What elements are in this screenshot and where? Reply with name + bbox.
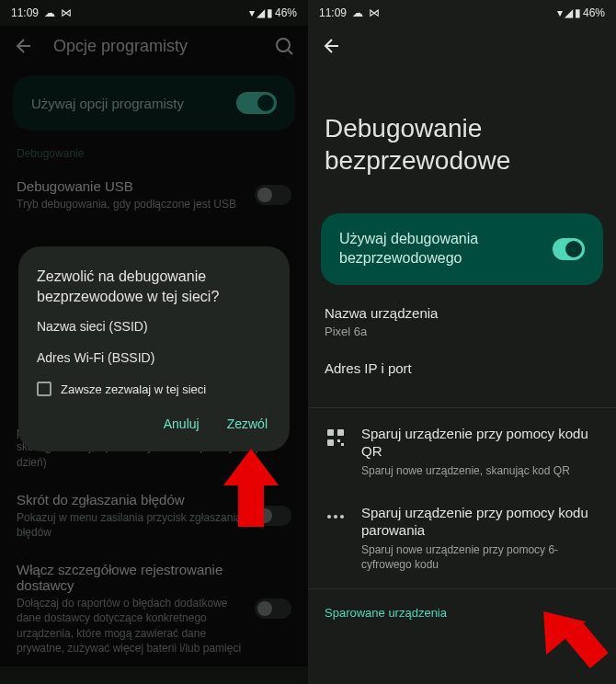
device-name-label: Nazwa urządzenia [325,305,599,321]
bssid-label: Adres Wi-Fi (BSSID) [37,350,271,365]
page-title: Debugowanie bezprzewodowe [308,66,616,204]
wireless-debug-toggle-label: Używaj debugowania bezprzewodowego [339,230,553,268]
cloud-icon: ☁ [352,6,363,19]
device-name-value: Pixel 6a [325,325,599,338]
cancel-button[interactable]: Anuluj [160,409,203,439]
pair-qr-row[interactable]: Sparuj urządzenie przy pomocy kodu QR Sp… [308,412,616,491]
battery-icon: ▮ [267,6,273,19]
svg-rect-1 [327,429,334,436]
svg-point-7 [334,515,337,519]
svg-rect-3 [327,439,334,446]
right-screenshot: 11:09 ☁ ⋈ ▾ ◢ ▮ 46% Debugowanie bezprzew… [308,0,616,684]
signal-icon: ◢ [257,6,265,19]
svg-point-8 [340,515,344,519]
back-icon[interactable] [321,35,343,57]
battery-pct: 46% [275,6,297,19]
status-time: 11:09 [319,6,347,19]
infinity-icon: ⋈ [61,6,72,19]
pair-qr-sub: Sparuj nowe urządzenie, skanując kod QR [361,463,599,478]
ssid-label: Nazwa sieci (SSID) [37,319,271,334]
wifi-icon: ▾ [249,6,255,19]
settings-header [308,26,616,66]
pair-code-title: Sparuj urządzenie przy pomocy kodu parow… [361,504,599,540]
always-allow-label: Zawsze zezwalaj w tej sieci [61,382,206,396]
wireless-debug-permission-dialog: Zezwolić na debugowanie bezprzewodowe w … [18,246,290,451]
divider [308,407,616,408]
battery-icon: ▮ [575,6,581,19]
status-time: 11:09 [11,6,39,19]
svg-rect-4 [337,439,340,442]
cloud-icon: ☁ [44,6,55,19]
always-allow-checkbox[interactable] [37,382,51,396]
pairing-code-icon [325,506,347,531]
battery-pct: 46% [583,6,605,19]
pair-code-sub: Sparuj nowe urządzenie przy pomocy 6-cyf… [361,542,599,572]
ip-port-value [325,380,599,393]
ip-port-block[interactable]: Adres IP i port [308,349,616,404]
infinity-icon: ⋈ [369,6,380,19]
wifi-icon: ▾ [557,6,563,19]
status-bar: 11:09 ☁ ⋈ ▾ ◢ ▮ 46% [308,0,616,26]
pair-code-row[interactable]: Sparuj urządzenie przy pomocy kodu parow… [308,491,616,585]
allow-button[interactable]: Zezwól [223,409,271,439]
device-name-block[interactable]: Nazwa urządzenia Pixel 6a [308,294,616,349]
pair-qr-title: Sparuj urządzenie przy pomocy kodu QR [361,425,599,461]
status-bar: 11:09 ☁ ⋈ ▾ ◢ ▮ 46% [0,0,308,26]
signal-icon: ◢ [565,6,573,19]
qr-code-icon [325,427,347,452]
svg-point-6 [327,515,331,519]
wireless-debug-switch[interactable] [553,238,585,260]
red-arrow-annotation [223,449,279,527]
svg-rect-2 [337,429,344,436]
ip-port-label: Adres IP i port [325,360,599,376]
svg-rect-5 [341,443,344,446]
left-screenshot: 11:09 ☁ ⋈ ▾ ◢ ▮ 46% Opcje programisty Uż… [0,0,308,684]
dialog-title: Zezwolić na debugowanie bezprzewodowe w … [37,267,271,306]
wireless-debug-toggle-card[interactable]: Używaj debugowania bezprzewodowego [321,213,603,285]
always-allow-row[interactable]: Zawsze zezwalaj w tej sieci [37,382,271,396]
